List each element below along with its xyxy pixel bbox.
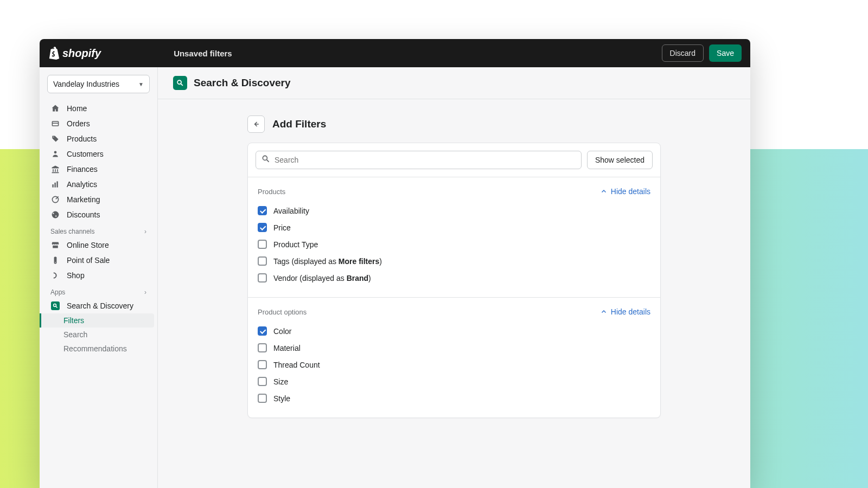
pos-icon: [50, 255, 60, 265]
context-bar-title: Unsaved filters: [174, 49, 232, 58]
store-selector[interactable]: Vandelay Industries ▼: [47, 75, 150, 93]
topbar: shopify Unsaved filters Discard Save: [40, 39, 750, 67]
group-header: Product optionsHide details: [258, 307, 650, 316]
svg-point-11: [263, 156, 267, 160]
svg-point-6: [52, 211, 59, 219]
nav-orders[interactable]: Orders: [40, 116, 157, 131]
back-button[interactable]: [247, 115, 265, 133]
discard-button[interactable]: Discard: [662, 44, 704, 62]
apps-nav: Search & Discovery: [40, 298, 157, 313]
checkbox[interactable]: [258, 223, 267, 232]
filter-option-label: Color: [273, 327, 291, 336]
chevron-up-icon: [600, 308, 608, 316]
search-row: Show selected: [248, 143, 660, 177]
filter-option-label: Availability: [273, 207, 309, 215]
nav-section-apps: Apps ›: [40, 283, 157, 298]
nav-home[interactable]: Home: [40, 101, 157, 116]
checkbox[interactable]: [258, 326, 267, 336]
filter-group: ProductsHide detailsAvailabilityPricePro…: [248, 177, 660, 298]
channels-nav: Online Store Point of Sale Shop: [40, 237, 157, 283]
filter-option-label: Style: [273, 394, 290, 403]
store-name: Vandelay Industries: [53, 80, 119, 88]
filter-option-row[interactable]: Product Type: [258, 236, 650, 253]
main-content: Search & Discovery Add Filters: [158, 67, 750, 488]
filter-option-row[interactable]: Thread Count: [258, 356, 650, 373]
filter-option-label: Vendor (displayed as Brand): [273, 274, 371, 282]
inbox-icon: [50, 119, 60, 129]
brand-logo[interactable]: shopify: [48, 47, 101, 60]
filter-option-label: Size: [273, 377, 288, 386]
filter-option-row[interactable]: Style: [258, 390, 650, 407]
nav-shop[interactable]: Shop: [40, 268, 157, 283]
checkbox[interactable]: [258, 273, 267, 282]
search-discovery-icon: [50, 301, 60, 311]
chevron-down-icon: ▼: [138, 81, 144, 87]
subnav-search[interactable]: Search: [40, 328, 157, 342]
nav-analytics[interactable]: Analytics: [40, 177, 157, 192]
filter-group: Product optionsHide detailsColorMaterial…: [248, 298, 660, 418]
svg-rect-4: [56, 181, 58, 187]
sidebar: Vandelay Industries ▼ Home Orders Produc…: [40, 67, 158, 488]
hide-details-link[interactable]: Hide details: [600, 307, 650, 316]
bank-icon: [50, 164, 60, 174]
checkbox[interactable]: [258, 256, 267, 266]
shop-icon: [50, 271, 60, 280]
svg-point-8: [55, 262, 56, 263]
search-field[interactable]: [256, 151, 582, 169]
filter-option-label: Thread Count: [273, 361, 320, 369]
filter-option-label: Price: [273, 223, 291, 232]
checkbox[interactable]: [258, 360, 267, 369]
show-selected-button[interactable]: Show selected: [587, 151, 653, 169]
bar-chart-icon: [50, 179, 60, 189]
checkbox[interactable]: [258, 377, 267, 386]
chevron-right-icon[interactable]: ›: [144, 288, 146, 296]
search-input[interactable]: [275, 156, 576, 164]
filter-option-row[interactable]: Availability: [258, 202, 650, 219]
hide-details-link[interactable]: Hide details: [600, 187, 650, 196]
page-title: Add Filters: [272, 118, 326, 130]
svg-point-10: [177, 80, 181, 84]
subnav-recommendations[interactable]: Recommendations: [40, 342, 157, 356]
nav-app-search-discovery[interactable]: Search & Discovery: [40, 298, 157, 313]
chevron-right-icon[interactable]: ›: [144, 228, 146, 235]
save-button[interactable]: Save: [709, 44, 742, 62]
group-title: Products: [258, 188, 285, 196]
filter-option-row[interactable]: Color: [258, 323, 650, 339]
home-icon: [50, 104, 60, 113]
nav-finances[interactable]: Finances: [40, 162, 157, 177]
group-header: ProductsHide details: [258, 187, 650, 196]
page-app-title: Search & Discovery: [194, 77, 291, 89]
filter-option-label: Product Type: [273, 240, 318, 249]
nav-customers[interactable]: Customers: [40, 146, 157, 162]
nav-section-channels: Sales channels ›: [40, 222, 157, 237]
brand-name: shopify: [62, 47, 101, 60]
checkbox[interactable]: [258, 343, 267, 352]
person-icon: [50, 149, 60, 159]
nav-online-store[interactable]: Online Store: [40, 237, 157, 253]
arrow-left-icon: [252, 120, 260, 129]
nav-products[interactable]: Products: [40, 131, 157, 146]
search-icon: [261, 155, 270, 165]
checkbox[interactable]: [258, 206, 267, 215]
svg-point-9: [54, 304, 56, 307]
filter-option-row[interactable]: Tags (displayed as More filters): [258, 253, 650, 269]
checkbox[interactable]: [258, 240, 267, 249]
storefront-icon: [50, 240, 60, 250]
page-header: Search & Discovery: [158, 67, 750, 99]
filter-option-row[interactable]: Material: [258, 339, 650, 356]
subnav-filters[interactable]: Filters: [40, 313, 154, 328]
app-subnav: Filters Search Recommendations: [40, 313, 157, 356]
nav-discounts[interactable]: Discounts: [40, 207, 157, 222]
filter-option-row[interactable]: Vendor (displayed as Brand): [258, 269, 650, 286]
svg-rect-2: [52, 184, 53, 188]
group-title: Product options: [258, 308, 307, 316]
filters-card: Show selected ProductsHide detailsAvaila…: [247, 143, 661, 418]
nav-marketing[interactable]: Marketing: [40, 192, 157, 207]
filter-option-row[interactable]: Price: [258, 219, 650, 236]
filter-option-row[interactable]: Size: [258, 373, 650, 390]
primary-nav: Home Orders Products Customers Finances: [40, 101, 157, 222]
checkbox[interactable]: [258, 394, 267, 403]
search-discovery-icon: [173, 76, 187, 90]
svg-point-1: [54, 151, 57, 153]
nav-pos[interactable]: Point of Sale: [40, 253, 157, 268]
